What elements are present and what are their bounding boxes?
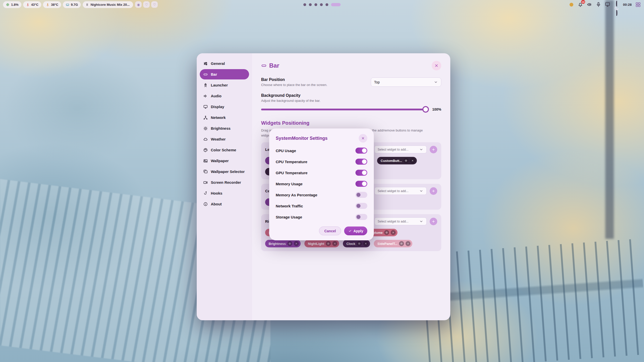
tray-icon-1[interactable]: ◉ xyxy=(135,1,142,8)
toggle-row-storage-usage: Storage Usage xyxy=(276,211,367,222)
sidebar-item-about[interactable]: About xyxy=(200,199,249,209)
stat-chip-38-c[interactable]: 38°C xyxy=(43,1,61,8)
sidebar-item-wallpaper-selector[interactable]: Wallpaper Selector xyxy=(200,166,249,177)
add-widget-dropdown[interactable]: Select widget to add... xyxy=(374,187,427,195)
toggle-cpu-usage[interactable] xyxy=(355,148,367,154)
widget-settings-button[interactable] xyxy=(357,241,362,246)
bar-position-dropdown[interactable]: Top xyxy=(371,77,441,87)
cancel-button[interactable]: Cancel xyxy=(319,227,341,235)
add-widget-button[interactable] xyxy=(430,187,437,195)
toggle-gpu-temperature[interactable] xyxy=(355,170,367,176)
widget-settings-button[interactable] xyxy=(287,241,292,246)
sidebar-item-display[interactable]: Display xyxy=(200,102,249,112)
sidebar-item-label: About xyxy=(211,202,222,206)
info-icon xyxy=(203,202,208,206)
modal-close-button[interactable] xyxy=(359,134,367,143)
slider-thumb[interactable] xyxy=(422,106,429,113)
widget-remove-button[interactable] xyxy=(332,241,337,246)
toggle-memory-usage[interactable] xyxy=(355,181,367,187)
sidebar-item-weather[interactable]: Weather xyxy=(200,134,249,144)
widget-chip-nightlight[interactable]: NightLight xyxy=(304,240,339,247)
toggle-row-memory-as-percentage: Memory As Percentage xyxy=(276,189,367,200)
add-widget-dropdown[interactable]: Select widget to add... xyxy=(374,146,427,153)
status-amber-icon[interactable] xyxy=(569,2,574,7)
setting-desc: Choose where to place the bar on the scr… xyxy=(261,83,327,87)
sidebar-item-label: Audio xyxy=(211,94,222,98)
sidebar-item-launcher[interactable]: Launcher xyxy=(200,80,249,90)
widget-chip-clock[interactable]: Clock xyxy=(343,240,370,247)
widget-settings-button[interactable] xyxy=(399,241,404,246)
dashboard-grid-icon[interactable] xyxy=(635,2,641,8)
toggle-storage-usage[interactable] xyxy=(355,214,367,220)
sidebar-item-color-scheme[interactable]: Color Scheme xyxy=(200,145,249,155)
tray-icon-3[interactable]: ♡ xyxy=(151,1,158,8)
workspace-dot-3[interactable] xyxy=(314,3,317,6)
toggle-row-memory-usage: Memory Usage xyxy=(276,178,367,189)
window-close-button[interactable] xyxy=(432,61,441,70)
stat-value: 43°C xyxy=(31,3,38,7)
toggle-network-traffic[interactable] xyxy=(355,203,367,209)
sidebar-item-wallpaper[interactable]: Wallpaper xyxy=(200,156,249,166)
modal-title: SystemMonitor Settings xyxy=(276,136,328,141)
slider-fill xyxy=(261,109,426,110)
widgets-positioning-title: Widgets Positioning xyxy=(261,120,441,126)
add-widget-button[interactable] xyxy=(430,146,437,153)
widget-remove-button[interactable] xyxy=(363,241,368,246)
sidebar-item-hooks[interactable]: Hooks xyxy=(200,188,249,198)
widget-remove-button[interactable] xyxy=(410,158,415,163)
wallpaper-tree-trunk xyxy=(605,0,614,239)
opacity-slider[interactable] xyxy=(261,106,428,113)
widget-chip-custombutt[interactable]: CustomButt... xyxy=(377,157,417,164)
media-player-chip[interactable]: Nightcore Music Mix 20... xyxy=(83,1,133,8)
thermometer-icon xyxy=(26,3,30,7)
screen-icon[interactable] xyxy=(605,2,610,7)
thermometer-icon xyxy=(46,3,50,7)
widget-remove-button[interactable] xyxy=(406,241,411,246)
sidebar-item-bar[interactable]: Bar xyxy=(200,69,249,79)
sliders-icon xyxy=(203,61,208,66)
toggle-label: Memory As Percentage xyxy=(276,193,317,197)
widget-settings-button[interactable] xyxy=(404,158,409,163)
sidebar-item-network[interactable]: Network xyxy=(200,112,249,123)
workspace-dot-1[interactable] xyxy=(303,3,306,6)
workspace-dot-2[interactable] xyxy=(309,3,312,6)
add-widget-dropdown[interactable]: Select widget to add... xyxy=(374,217,427,225)
sidebar: GeneralBarLauncherAudioDisplayNetworkBri… xyxy=(197,53,252,320)
workspace-active-pill[interactable] xyxy=(331,3,341,6)
notifications-bell-icon[interactable]: 10 xyxy=(578,2,583,7)
sun-icon xyxy=(203,126,208,131)
sidebar-item-audio[interactable]: Audio xyxy=(200,91,249,101)
toggle-cpu-temperature[interactable] xyxy=(355,159,367,165)
widget-settings-button[interactable] xyxy=(384,230,389,235)
stat-chip-1-8[interactable]: 1.8% xyxy=(3,1,21,8)
night-light-icon[interactable] xyxy=(614,2,619,7)
widget-chip-brightness[interactable]: Brightness xyxy=(265,240,301,247)
setting-desc: Adjust the background opacity of the bar… xyxy=(261,99,441,103)
toggle-memory-as-percentage[interactable] xyxy=(355,192,367,198)
sidebar-item-label: Network xyxy=(211,115,226,120)
dropdown-value: Top xyxy=(374,80,380,84)
top-bar-right: 10 00:28 xyxy=(341,2,641,8)
sidebar-item-screen-recorder[interactable]: Screen Recorder xyxy=(200,177,249,188)
toggle-label: CPU Usage xyxy=(276,149,296,153)
workspace-dot-5[interactable] xyxy=(326,3,328,6)
sidebar-item-general[interactable]: General xyxy=(200,58,249,69)
mic-icon[interactable] xyxy=(596,2,601,7)
workspace-dot-4[interactable] xyxy=(320,3,323,6)
stat-value: 1.8% xyxy=(11,3,19,7)
tray-icon-2[interactable]: ♡ xyxy=(143,1,150,8)
widget-settings-button[interactable] xyxy=(326,241,331,246)
add-widget-button[interactable] xyxy=(430,218,437,225)
widget-chip-sidepanelt[interactable]: SidePanelT... xyxy=(374,240,412,247)
sidebar-item-label: Launcher xyxy=(211,83,228,87)
sidebar-item-brightness[interactable]: Brightness xyxy=(200,123,249,133)
clock[interactable]: 00:28 xyxy=(623,3,632,7)
volume-icon[interactable] xyxy=(587,2,592,7)
widget-remove-button[interactable] xyxy=(294,241,299,246)
apply-button[interactable]: Apply xyxy=(344,227,367,235)
sidebar-item-label: Color Scheme xyxy=(211,148,236,152)
stat-chip-9-7g[interactable]: 9.7G xyxy=(63,1,81,8)
widget-remove-button[interactable] xyxy=(391,230,396,235)
cloud-icon xyxy=(203,137,208,142)
stat-chip-43-c[interactable]: 43°C xyxy=(23,1,41,8)
